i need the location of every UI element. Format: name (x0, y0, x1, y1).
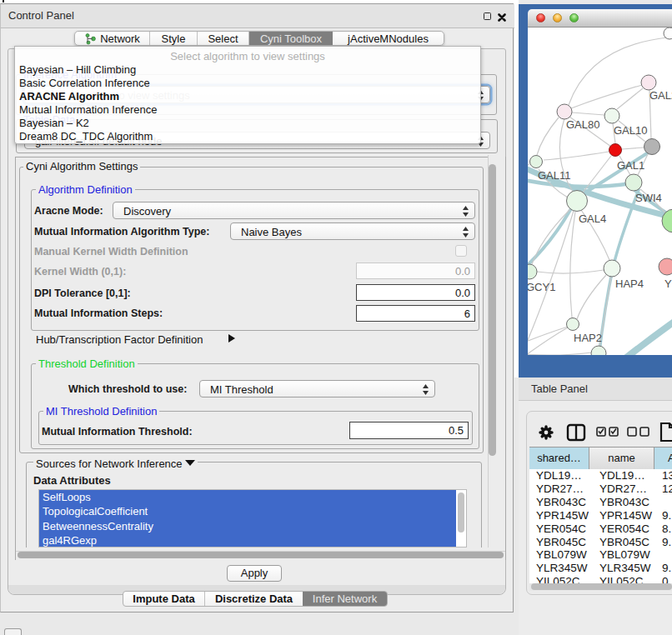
svg-text:HAP2: HAP2 (574, 332, 602, 344)
svg-text:HAP4: HAP4 (615, 278, 644, 290)
svg-text:GAL2: GAL2 (649, 89, 672, 102)
svg-text:GAL10: GAL10 (614, 124, 647, 137)
svg-text:SWI4: SWI4 (635, 192, 662, 204)
svg-text:Y: Y (664, 278, 672, 290)
svg-text:GAL80: GAL80 (566, 118, 599, 131)
svg-text:GAL1: GAL1 (617, 159, 644, 172)
svg-text:GAL4: GAL4 (579, 212, 606, 225)
svg-text:GAL11: GAL11 (538, 169, 571, 182)
svg-text:GCY1: GCY1 (528, 281, 555, 293)
